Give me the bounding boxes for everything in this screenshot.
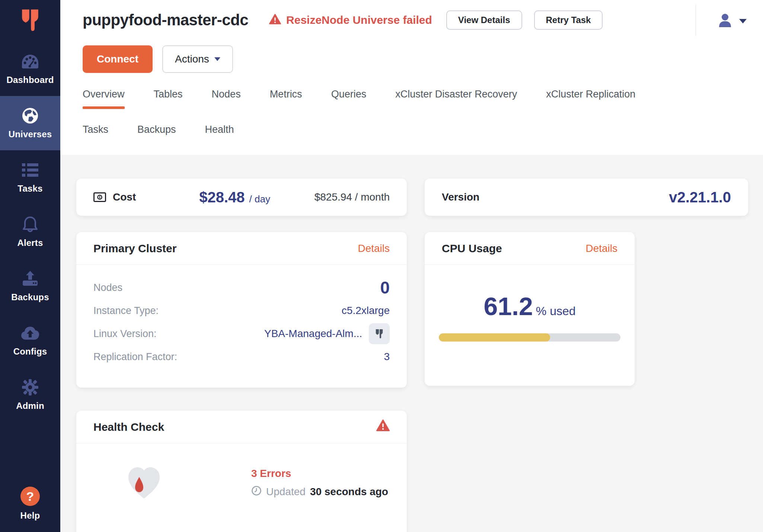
- cpu-usage-card: CPU Usage Details 61.2 % used: [425, 232, 635, 386]
- cpu-progress-track: [439, 333, 620, 342]
- cpu-progress-fill: [439, 333, 550, 342]
- health-check-body: 3 Errors Updated 30 s: [76, 443, 407, 501]
- instance-type-label: Instance Type:: [93, 305, 159, 317]
- yugabyte-logo[interactable]: [0, 0, 60, 42]
- heart-health-icon: [125, 464, 163, 501]
- sidebar-item-universes[interactable]: Universes: [0, 96, 60, 150]
- yugabyte-logo-icon: [19, 8, 41, 34]
- chevron-down-icon: [214, 57, 220, 61]
- nodes-value: 0: [380, 278, 390, 298]
- task-failed-banner: ResizeNode Universe failed: [269, 14, 432, 26]
- yba-managed-badge[interactable]: [369, 323, 390, 344]
- header-divider: [696, 4, 696, 36]
- version-value: v2.21.1.0: [669, 189, 731, 206]
- sidebar-item-label: Tasks: [17, 183, 42, 194]
- sidebar-item-backups[interactable]: Backups: [0, 259, 60, 313]
- sidebar-item-label: Universes: [9, 129, 52, 140]
- health-updated-value: 30 seconds ago: [310, 486, 388, 498]
- sidebar-item-label: Alerts: [17, 238, 43, 248]
- dashboard-gauge-icon: [20, 52, 41, 70]
- user-menu[interactable]: [717, 10, 747, 30]
- tab-xcluster-disaster-recovery[interactable]: xCluster Disaster Recovery: [395, 89, 517, 109]
- cost-daily: $28.48 / day: [199, 189, 270, 206]
- tab-nodes[interactable]: Nodes: [212, 89, 241, 109]
- instance-type-value: c5.2xlarge: [342, 305, 390, 317]
- task-list-icon: [20, 161, 41, 179]
- universe-tabs-row2: Tasks Backups Health: [60, 124, 763, 144]
- sidebar-item-admin[interactable]: Admin: [0, 368, 60, 422]
- sidebar-item-label: Dashboard: [6, 75, 54, 85]
- connect-button[interactable]: Connect: [83, 45, 153, 73]
- overview-content: Cost $28.48 / day $825.94 / month Primar…: [60, 155, 763, 532]
- sidebar-item-dashboard[interactable]: Dashboard: [0, 42, 60, 96]
- backup-upload-icon: [20, 270, 41, 288]
- tab-queries[interactable]: Queries: [331, 89, 367, 109]
- page-title: puppyfood-master-cdc: [83, 11, 248, 29]
- primary-cluster-card: Primary Cluster Details Nodes 0 Instance…: [76, 232, 407, 388]
- tab-tasks[interactable]: Tasks: [83, 124, 108, 144]
- sidebar-nav: Dashboard Universes: [0, 42, 60, 532]
- health-check-title: Health Check: [93, 421, 164, 433]
- nodes-label: Nodes: [93, 282, 122, 294]
- view-details-button[interactable]: View Details: [446, 10, 522, 30]
- sidebar-item-tasks[interactable]: Tasks: [0, 150, 60, 205]
- user-avatar-icon: [717, 12, 733, 30]
- cost-card: Cost $28.48 / day $825.94 / month: [76, 179, 407, 216]
- sidebar: Dashboard Universes: [0, 0, 60, 532]
- cpu-usage-header: CPU Usage Details: [425, 232, 635, 265]
- sidebar-item-help[interactable]: ? Help: [0, 478, 60, 530]
- question-circle-icon: ?: [20, 487, 40, 506]
- retry-task-button[interactable]: Retry Task: [534, 10, 603, 30]
- cpu-usage-title: CPU Usage: [442, 242, 502, 255]
- warning-triangle-icon: [269, 14, 281, 26]
- version-card: Version v2.21.1.0: [425, 179, 748, 216]
- tab-overview[interactable]: Overview: [83, 89, 125, 109]
- health-check-card: Health Check: [76, 411, 407, 532]
- actions-label: Actions: [175, 53, 209, 65]
- cost-daily-unit: / day: [249, 193, 270, 205]
- replication-factor-value: 3: [384, 351, 390, 363]
- version-label: Version: [442, 191, 479, 203]
- tab-xcluster-replication[interactable]: xCluster Replication: [546, 89, 635, 109]
- tab-metrics[interactable]: Metrics: [270, 89, 302, 109]
- cpu-reading: 61.2 % used: [483, 292, 575, 321]
- sidebar-item-alerts[interactable]: Alerts: [0, 205, 60, 259]
- sidebar-item-label: Backups: [11, 292, 49, 302]
- app-root: Dashboard Universes: [0, 0, 763, 532]
- tab-health[interactable]: Health: [205, 124, 234, 144]
- cloud-upload-icon: [20, 324, 41, 342]
- linux-version-value: YBA-Managed-Alm...: [264, 328, 362, 340]
- health-warning-triangle-icon: [376, 419, 390, 435]
- linux-version-row: Linux Version: YBA-Managed-Alm...: [93, 322, 390, 345]
- replication-factor-row: Replication Factor: 3: [93, 345, 390, 368]
- task-failed-text: ResizeNode Universe failed: [286, 14, 432, 26]
- yugabyte-badge-icon: [374, 329, 384, 339]
- universe-header: puppyfood-master-cdc ResizeNode Universe…: [60, 0, 763, 34]
- health-updated-prefix: Updated: [266, 486, 306, 498]
- universe-toolbar: Connect Actions: [60, 45, 763, 73]
- cost-daily-value: $28.48: [199, 189, 245, 206]
- cost-monthly-value: $825.94 / month: [315, 191, 390, 203]
- sidebar-item-label: Configs: [13, 346, 47, 357]
- tab-tables[interactable]: Tables: [154, 89, 183, 109]
- sidebar-item-configs[interactable]: Configs: [0, 313, 60, 368]
- primary-cluster-header: Primary Cluster Details: [76, 232, 407, 265]
- tab-backups[interactable]: Backups: [137, 124, 176, 144]
- actions-dropdown-button[interactable]: Actions: [162, 45, 233, 73]
- cpu-percent-value: 61.2: [483, 292, 533, 321]
- health-errors-link[interactable]: 3 Errors: [251, 468, 388, 480]
- primary-cluster-details-link[interactable]: Details: [358, 243, 390, 254]
- health-info: 3 Errors Updated 30 s: [251, 468, 388, 499]
- replication-factor-label: Replication Factor:: [93, 351, 177, 363]
- nodes-row: Nodes 0: [93, 276, 390, 299]
- bell-icon: [20, 215, 41, 233]
- header-right: [696, 6, 747, 34]
- cost-label: Cost: [113, 191, 136, 203]
- cpu-usage-body: 61.2 % used: [425, 265, 635, 342]
- primary-cluster-body: Nodes 0 Instance Type: c5.2xlarge Linux …: [76, 265, 407, 368]
- linux-version-label: Linux Version:: [93, 328, 157, 340]
- globe-icon: [20, 107, 41, 125]
- main-area: puppyfood-master-cdc ResizeNode Universe…: [60, 0, 763, 532]
- clock-icon: [251, 485, 262, 499]
- cpu-usage-details-link[interactable]: Details: [585, 243, 617, 254]
